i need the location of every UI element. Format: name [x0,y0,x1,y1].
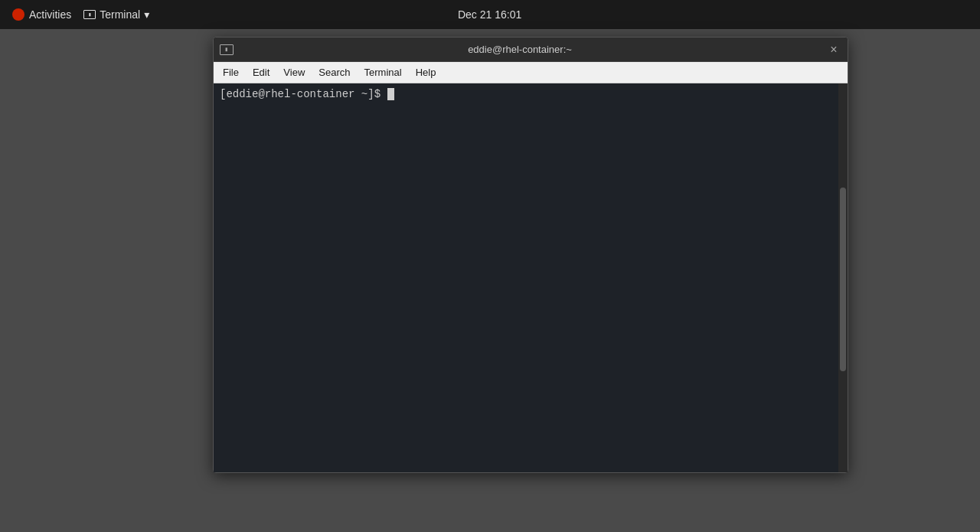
topbar-left: Activities ▮ Terminal ▾ [12,8,149,21]
topbar-datetime: Dec 21 16:01 [458,8,521,21]
menu-help[interactable]: Help [410,64,443,80]
menu-terminal[interactable]: Terminal [358,64,408,80]
prompt-line: [eddie@rhel-container ~]$ [220,88,841,100]
menu-bar: File Edit View Search Terminal Help [214,62,848,83]
title-bar: ▮ eddie@rhel-container:~ × [214,38,848,62]
activities-label: Activities [29,8,71,21]
window-title: eddie@rhel-container:~ [214,44,826,55]
scrollbar-thumb[interactable] [840,188,846,371]
menu-view[interactable]: View [277,64,311,80]
terminal-applet-label: Terminal [100,8,140,21]
topbar: Activities ▮ Terminal ▾ Dec 21 16:01 [0,0,980,29]
redhat-icon [12,8,24,21]
prompt-text: [eddie@rhel-container ~]$ [220,88,387,100]
terminal-inner[interactable]: [eddie@rhel-container ~]$ [214,83,848,472]
desktop: ▮ eddie@rhel-container:~ × File Edit Vie… [0,29,980,532]
terminal-window: ▮ eddie@rhel-container:~ × File Edit Vie… [213,37,848,473]
cursor [387,88,394,100]
close-button[interactable]: × [826,42,841,57]
terminal-small-icon: ▮ [83,10,96,19]
terminal-text-area[interactable]: [eddie@rhel-container ~]$ [214,83,848,472]
terminal-applet[interactable]: ▮ Terminal ▾ [83,8,149,21]
activities-button[interactable]: Activities [12,8,71,21]
scrollbar-track[interactable] [838,83,848,472]
menu-edit[interactable]: Edit [247,64,276,80]
menu-search[interactable]: Search [312,64,356,80]
menu-file[interactable]: File [217,64,245,80]
terminal-applet-arrow: ▾ [144,8,149,21]
